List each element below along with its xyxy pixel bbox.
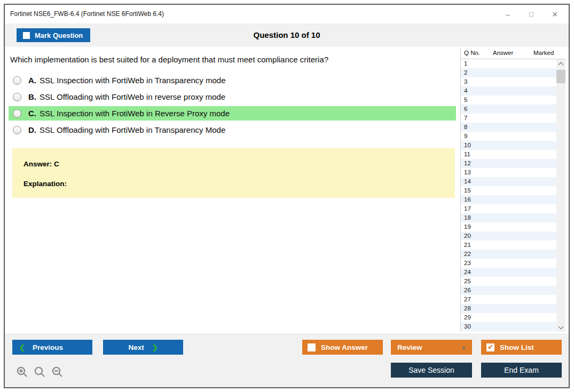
question-list-row[interactable]: 20 (461, 231, 556, 241)
option-text: SSL Offloading with FortiWeb in reverse … (40, 92, 225, 101)
question-list-rows: 1234567891011121314151617181920212223242… (461, 59, 556, 331)
column-header-marked: Marked (533, 47, 554, 59)
question-list-row[interactable]: 10 (461, 141, 556, 150)
exam-window: Fortinet NSE6_FWB-6.4 (Fortinet NSE 6For… (4, 4, 570, 388)
maximize-icon[interactable]: □ (520, 5, 543, 23)
window-title: Fortinet NSE6_FWB-6.4 (Fortinet NSE 6For… (10, 5, 164, 23)
question-list-row[interactable]: 5 (461, 95, 556, 105)
question-list-row[interactable]: 23 (461, 259, 556, 268)
explanation-label: Explanation: (23, 180, 67, 188)
scroll-down-icon[interactable] (556, 323, 565, 332)
answer-option-d[interactable]: D. SSL Offloading with FortiWeb in Trans… (9, 123, 456, 137)
question-list-row[interactable]: 15 (461, 186, 556, 195)
save-session-label: Save Session (408, 366, 454, 374)
minimize-icon[interactable]: – (496, 5, 520, 23)
question-list-row[interactable]: 1 (461, 59, 556, 68)
show-answer-button[interactable]: Show Answer (302, 340, 383, 355)
question-list-row[interactable]: 3 (461, 77, 556, 86)
toolbar: Question 10 of 10 Mark Question (5, 23, 569, 47)
option-letter: D. (28, 125, 36, 134)
question-list-row[interactable]: 26 (461, 286, 556, 295)
option-letter: B. (28, 92, 36, 101)
end-exam-button[interactable]: End Exam (481, 363, 562, 378)
question-text: Which implementation is best suited for … (10, 55, 328, 64)
show-list-label: Show List (500, 343, 534, 351)
zoom-reset-icon[interactable] (34, 366, 46, 379)
column-header-answer: Answer (493, 47, 513, 59)
zoom-out-icon[interactable] (51, 366, 64, 379)
question-list-row[interactable]: 19 (461, 222, 556, 231)
question-list-row[interactable]: 14 (461, 177, 556, 186)
mark-question-label: Mark Question (35, 31, 83, 39)
radio-button-a[interactable] (13, 76, 21, 85)
option-text: SSL Offloading with FortiWeb in Transpar… (40, 125, 225, 134)
question-list-row[interactable]: 29 (461, 313, 556, 322)
question-list-row[interactable]: 16 (461, 195, 556, 204)
question-list-row[interactable]: 8 (461, 123, 556, 132)
show-answer-checkbox[interactable] (308, 343, 316, 351)
question-list-row[interactable]: 4 (461, 86, 556, 95)
chevron-right-icon: ❯ (152, 343, 158, 351)
question-list-row[interactable]: 12 (461, 159, 556, 168)
next-label: Next (128, 343, 144, 351)
question-list-scrollbar[interactable] (556, 59, 565, 332)
question-list-row[interactable]: 22 (461, 250, 556, 259)
question-list-row[interactable]: 28 (461, 304, 556, 313)
option-letter: A. (28, 76, 36, 85)
answer-box: Answer: C Explanation: (12, 148, 455, 198)
radio-button-c[interactable] (13, 109, 21, 118)
option-letter: C. (28, 109, 36, 118)
question-list-row[interactable]: 13 (461, 168, 556, 177)
arrow-up-icon: ▲ (461, 345, 466, 350)
question-list-row[interactable]: 30 (461, 322, 556, 331)
answer-option-b[interactable]: B. SSL Offloading with FortiWeb in rever… (9, 90, 456, 104)
chevron-left-icon: ❮ (19, 343, 25, 351)
question-list-row[interactable]: 7 (461, 114, 556, 123)
answer-label: Answer: C (23, 160, 59, 168)
radio-button-b[interactable] (13, 93, 21, 101)
show-answer-label: Show Answer (321, 343, 368, 351)
option-text: SSL Inspection with FrotiWeb in Reverse … (40, 109, 230, 118)
question-list-row[interactable]: 18 (461, 213, 556, 222)
save-session-button[interactable]: Save Session (391, 363, 472, 378)
title-bar: Fortinet NSE6_FWB-6.4 (Fortinet NSE 6For… (5, 5, 569, 23)
close-icon[interactable]: ✕ (543, 5, 567, 23)
question-list-row[interactable]: 2 (461, 68, 556, 77)
question-list-row[interactable]: 25 (461, 277, 556, 286)
previous-label: Previous (33, 343, 63, 351)
answer-option-a[interactable]: A. SSL Inspection with FortiWeb in Trans… (9, 73, 456, 87)
question-list-row[interactable]: 24 (461, 268, 556, 277)
option-text: SSL Inspection with FortiWeb in Transpar… (40, 76, 226, 85)
review-dropdown-button[interactable]: Review ▲ (391, 340, 472, 355)
question-list-row[interactable]: 9 (461, 132, 556, 141)
question-list-header: Q No. Answer Marked (461, 47, 565, 59)
zoom-in-icon[interactable] (16, 366, 29, 379)
answer-option-c[interactable]: C. SSL Inspection with FrotiWeb in Rever… (9, 106, 456, 121)
scroll-up-icon[interactable] (556, 59, 565, 68)
window-controls: – □ ✕ (496, 5, 567, 23)
column-header-qno: Q No. (464, 47, 480, 59)
review-label: Review (397, 343, 422, 351)
radio-button-d[interactable] (13, 126, 21, 134)
show-list-button[interactable]: ✔ Show List (481, 340, 562, 355)
zoom-tools (16, 366, 64, 379)
mark-question-checkbox[interactable] (23, 32, 30, 39)
end-exam-label: End Exam (504, 366, 539, 374)
question-list-panel: Q No. Answer Marked 12345678910111213141… (460, 47, 565, 332)
question-list-row[interactable]: 21 (461, 241, 556, 250)
question-list-row[interactable]: 11 (461, 150, 556, 159)
question-list-row[interactable]: 17 (461, 204, 556, 213)
show-list-checkbox[interactable]: ✔ (486, 343, 494, 351)
question-list-row[interactable]: 6 (461, 105, 556, 114)
question-list-row[interactable]: 27 (461, 295, 556, 304)
previous-button[interactable]: ❮ Previous (12, 340, 92, 355)
mark-question-button[interactable]: Mark Question (17, 28, 90, 42)
scrollbar-thumb[interactable] (556, 70, 565, 83)
next-button[interactable]: Next ❯ (103, 340, 183, 355)
